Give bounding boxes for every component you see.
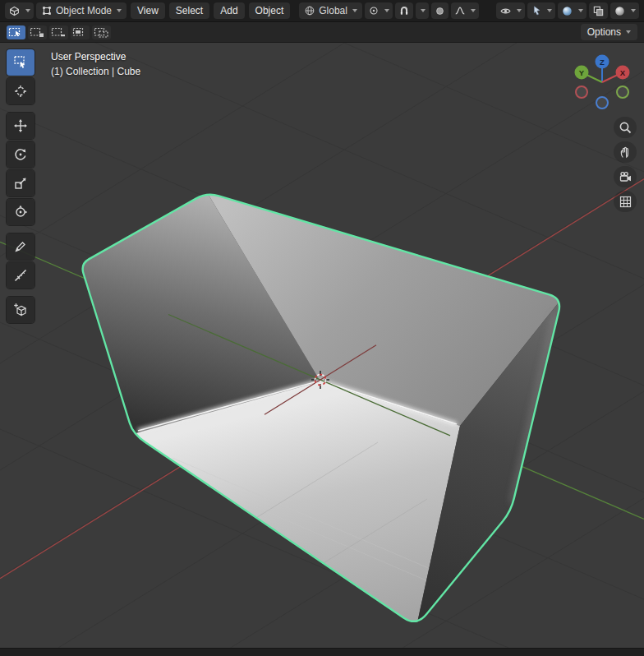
orientation-label: Global <box>319 5 347 16</box>
visibility-button[interactable] <box>496 2 525 19</box>
xray-toggle-button[interactable] <box>589 2 608 19</box>
overlays-button[interactable] <box>558 2 586 19</box>
editor-type-icon <box>8 5 21 17</box>
tool-transform[interactable] <box>7 199 34 225</box>
menu-add[interactable]: Add <box>214 2 244 19</box>
navigation-gizmo[interactable]: Z Y X <box>573 53 632 112</box>
snap-toggle-button[interactable] <box>395 2 413 19</box>
tool-annotate[interactable] <box>7 233 34 260</box>
select-mode-subtract[interactable] <box>49 25 68 39</box>
blender-window: Object Mode View Select Add Object Globa… <box>0 0 644 656</box>
chevron-down-icon <box>25 9 30 12</box>
viewport-shading-button[interactable] <box>610 2 639 19</box>
chevron-down-icon <box>547 9 552 12</box>
tool-measure[interactable] <box>7 262 34 289</box>
viewport-canvas[interactable] <box>0 43 644 648</box>
chevron-down-icon <box>471 9 476 12</box>
tool-settings-bar: Options <box>0 22 644 43</box>
tool-rotate[interactable] <box>7 141 34 168</box>
pivot-point-icon <box>368 5 380 16</box>
grid-toggle-button[interactable] <box>614 191 637 212</box>
chevron-down-icon <box>352 9 357 12</box>
editor-type-button[interactable] <box>5 2 34 19</box>
chevron-down-icon <box>626 30 631 34</box>
snap-magnet-icon <box>398 5 410 16</box>
select-mode-intersect[interactable] <box>92 25 111 39</box>
pan-button[interactable] <box>614 141 637 163</box>
grid-toggle-icon <box>619 195 632 209</box>
zoom-button[interactable] <box>614 117 637 138</box>
options-dropdown[interactable]: Options <box>581 24 637 40</box>
orientation-globe-icon <box>304 5 315 16</box>
falloff-curve-icon <box>454 5 466 16</box>
proportional-circle-icon <box>435 6 445 16</box>
tool-add-cube[interactable] <box>7 297 34 323</box>
chevron-down-icon <box>384 9 389 12</box>
chevron-down-icon <box>421 9 426 12</box>
chevron-down-icon <box>117 9 122 12</box>
viewport-header: Object Mode View Select Add Object Globa… <box>0 0 644 22</box>
gizmo-z-label: Z <box>600 58 605 67</box>
gizmos-button[interactable] <box>527 2 555 19</box>
chevron-down-icon <box>578 9 583 12</box>
overlays-sphere-icon <box>561 5 573 17</box>
tool-move[interactable] <box>7 113 34 139</box>
menu-select[interactable]: Select <box>169 2 209 19</box>
menu-view[interactable]: View <box>131 2 165 19</box>
select-mode-invert[interactable] <box>71 25 90 39</box>
select-mode-extend[interactable] <box>28 25 47 39</box>
tool-select-box[interactable] <box>7 49 34 76</box>
gizmo-x-label: X <box>620 68 626 77</box>
pivot-point-button[interactable] <box>365 2 393 19</box>
select-mode-set[interactable] <box>7 25 25 39</box>
tool-cursor[interactable] <box>7 78 34 104</box>
xray-icon <box>592 5 605 17</box>
zoom-icon <box>619 121 632 135</box>
proportional-editing-toggle[interactable] <box>431 2 448 19</box>
status-bar <box>0 648 644 656</box>
shading-sphere-icon <box>614 5 626 17</box>
visibility-eye-icon <box>499 5 512 17</box>
gizmo-neg-x-ball[interactable] <box>576 86 587 98</box>
viewport-side-controls <box>614 117 637 212</box>
chevron-down-icon <box>631 9 636 12</box>
pan-icon <box>619 146 632 159</box>
gizmos-arrow-icon <box>531 5 542 16</box>
gizmo-y-label: Y <box>579 68 585 77</box>
object-mode-icon <box>41 5 53 16</box>
gizmo-neg-z-ball[interactable] <box>596 97 608 109</box>
viewport-3d[interactable]: User Perspective (1) Collection | Cube <box>0 43 644 648</box>
camera-view-button[interactable] <box>614 166 637 187</box>
menu-object[interactable]: Object <box>249 2 291 19</box>
mode-select-button[interactable]: Object Mode <box>36 2 126 19</box>
tool-scale[interactable] <box>7 170 34 196</box>
gizmo-neg-y-ball[interactable] <box>617 86 628 98</box>
toolbar <box>7 49 34 326</box>
options-label: Options <box>587 26 621 38</box>
camera-view-icon <box>619 170 632 184</box>
proportional-falloff-button[interactable] <box>451 2 479 19</box>
mode-label: Object Mode <box>56 5 112 16</box>
snap-settings-button[interactable] <box>416 2 429 19</box>
transform-orientation-button[interactable]: Global <box>299 2 362 19</box>
chevron-down-icon <box>517 9 522 12</box>
